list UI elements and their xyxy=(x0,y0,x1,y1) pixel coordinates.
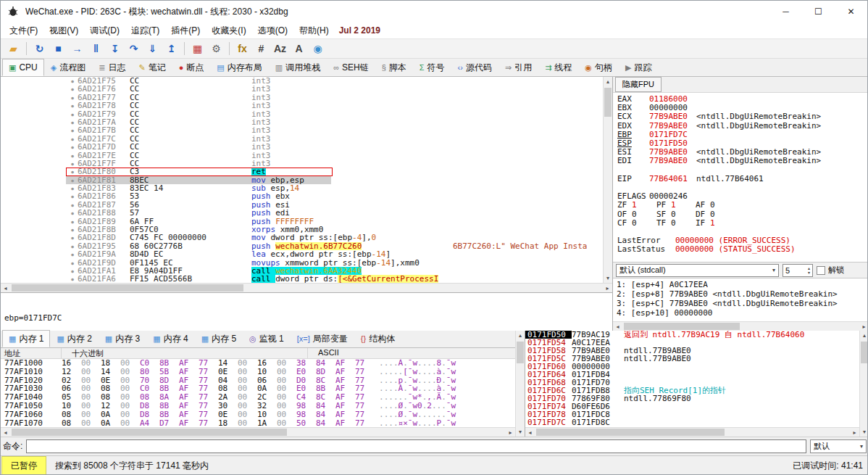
tab-trace[interactable]: ▶跟踪 xyxy=(619,59,658,76)
minimize-button[interactable]: ─ xyxy=(769,1,802,22)
flag-df[interactable]: DF 0 xyxy=(696,210,735,219)
breakpoint-dot-icon[interactable]: ● xyxy=(67,176,78,184)
flag-if[interactable]: IF 1 xyxy=(696,219,735,228)
tab-locals[interactable]: [x=]局部变量 xyxy=(291,330,354,347)
arguments-view[interactable]: 1: [esp+4] A0C17EEA2: [esp+8] 77B9ABE0 <… xyxy=(613,278,868,321)
disasm-vscroll[interactable]: ▴ ▾ xyxy=(603,77,612,283)
menu-help[interactable]: 帮助(H) xyxy=(293,22,335,39)
open-file-button[interactable]: ▰ xyxy=(4,41,22,57)
menu-plugins[interactable]: 插件(P) xyxy=(165,22,206,39)
tab-references[interactable]: ⇒引用 xyxy=(498,59,538,76)
breakpoint-dot-icon[interactable]: ● xyxy=(67,168,78,175)
disasm-hscroll[interactable]: ◂ ▸ xyxy=(1,283,612,292)
scroll-left-icon[interactable]: ◂ xyxy=(1,284,10,293)
highlight-button[interactable]: fx xyxy=(233,41,251,57)
breakpoint-dot-icon[interactable]: ● xyxy=(67,85,78,93)
tab-dump-2[interactable]: ▦内存 2 xyxy=(50,330,98,347)
register-row[interactable]: ECX77B9ABE0<ntdll.DbgUiRemoteBreakin> xyxy=(617,112,864,121)
spin-down-icon[interactable]: ▾ xyxy=(808,270,810,275)
breakpoint-dot-icon[interactable]: ● xyxy=(67,201,78,209)
restart-button[interactable]: ↻ xyxy=(30,41,49,57)
tab-seh-chain[interactable]: ∞SEH链 xyxy=(327,59,375,76)
breakpoint-dot-icon[interactable]: ● xyxy=(67,218,78,226)
breakpoint-dot-icon[interactable]: ● xyxy=(67,77,78,85)
tab-dump-5[interactable]: ▦内存 5 xyxy=(195,330,243,347)
stop-button[interactable]: ■ xyxy=(49,41,67,57)
register-row[interactable]: EDX77B9ABE0<ntdll.DbgUiRemoteBreakin> xyxy=(617,122,864,131)
args-hscroll[interactable]: ◂ ▸ xyxy=(613,321,868,331)
breakpoint-dot-icon[interactable]: ● xyxy=(67,110,78,118)
dump-view[interactable]: 77AF100016001800C08BAF77140016003884AF77… xyxy=(1,359,515,427)
tab-cpu[interactable]: ▣CPU xyxy=(2,59,44,76)
scroll-right-icon[interactable]: ▸ xyxy=(859,322,868,331)
argument-row[interactable]: 1: [esp+4] A0C17EEA xyxy=(617,280,865,289)
command-input[interactable] xyxy=(26,439,806,453)
registers-view[interactable]: EAX01186000EBX00000000ECX77B9ABE0<ntdll.… xyxy=(613,93,868,262)
scroll-down-icon[interactable]: ▾ xyxy=(860,427,868,437)
patches-button[interactable]: # xyxy=(252,41,270,57)
breakpoint-dot-icon[interactable]: ● xyxy=(67,135,78,143)
register-row[interactable]: CF 0TF 0IF 1 xyxy=(617,219,864,228)
scroll-up-icon[interactable]: ▴ xyxy=(516,331,525,340)
stack-hscroll[interactable]: ◂ ▸ xyxy=(525,427,859,437)
comments-button[interactable]: ◉ xyxy=(309,41,327,57)
tab-symbols[interactable]: Σ符号 xyxy=(413,59,451,76)
unlock-checkbox[interactable]: 解锁 xyxy=(817,265,844,276)
menu-options[interactable]: 选项(O) xyxy=(252,22,293,39)
disasm-row[interactable]: ●6AD21F78CCint3 xyxy=(1,102,612,110)
tab-notes[interactable]: ✎笔记 xyxy=(132,59,172,76)
scroll-right-icon[interactable]: ▸ xyxy=(603,284,612,293)
assemble-button[interactable]: Az xyxy=(271,41,289,57)
step-into-button[interactable]: ↧ xyxy=(106,41,124,57)
hide-fpu-button[interactable]: 隐藏FPU xyxy=(615,77,662,92)
scroll-left-icon[interactable]: ◂ xyxy=(525,428,535,437)
scroll-down-icon[interactable]: ▾ xyxy=(604,273,613,283)
flag-af[interactable]: AF 0 xyxy=(696,201,735,210)
tab-memory-map[interactable]: ▤内存布局 xyxy=(210,59,268,76)
menu-debug[interactable]: 调试(D) xyxy=(84,22,125,39)
flag-of[interactable]: OF 0 xyxy=(617,210,656,219)
breakpoint-dot-icon[interactable]: ● xyxy=(67,242,78,250)
breakpoint-dot-icon[interactable]: ● xyxy=(67,209,78,217)
menu-file[interactable]: 文件(F) xyxy=(4,22,43,39)
stack-row[interactable]: 0171FD7C0171FD8C xyxy=(525,418,859,426)
menu-trace[interactable]: 追踪(T) xyxy=(125,22,165,39)
scroll-left-icon[interactable]: ◂ xyxy=(1,428,10,437)
flag-cf[interactable]: CF 0 xyxy=(617,219,656,228)
run-button[interactable]: → xyxy=(68,41,86,57)
tab-dump-1[interactable]: ▦内存 1 xyxy=(2,330,50,347)
argument-row[interactable]: 3: [esp+C] 77B9ABE0 <ntdll.DbgUiRemoteBr… xyxy=(617,299,865,308)
register-row[interactable]: OF 0SF 0DF 0 xyxy=(617,210,864,219)
close-button[interactable]: ✕ xyxy=(835,1,867,22)
register-row[interactable]: EFLAGS00000246 xyxy=(617,192,864,201)
breakpoint-dot-icon[interactable]: ● xyxy=(67,184,78,192)
register-row[interactable]: LastStatus00000000 (STATUS_SUCCESS) xyxy=(617,245,864,254)
stack-vscroll[interactable]: ▴ ▾ xyxy=(859,331,868,437)
step-over-button[interactable]: ↷ xyxy=(125,41,143,57)
tab-source[interactable]: ‹›源代码 xyxy=(451,59,498,76)
scroll-left-icon[interactable]: ◂ xyxy=(613,322,622,331)
breakpoint-dot-icon[interactable]: ● xyxy=(67,152,78,160)
calling-convention-select[interactable]: 默认 (stdcall) ▾ xyxy=(616,264,779,277)
dump-hscroll[interactable]: ◂ ▸ xyxy=(1,427,515,437)
tab-log[interactable]: ≣日志 xyxy=(92,59,132,76)
maximize-button[interactable]: ☐ xyxy=(802,1,835,22)
flag-tf[interactable]: TF 0 xyxy=(656,219,696,228)
flag-pf[interactable]: PF 1 xyxy=(656,201,696,210)
breakpoint-dot-icon[interactable]: ● xyxy=(67,192,78,200)
tab-struct[interactable]: {}结构体 xyxy=(354,330,401,347)
tab-script[interactable]: §脚本 xyxy=(375,59,413,76)
disasm-row[interactable]: ●6AD21F9A8D4D EClea ecx,dword ptr ss:[eb… xyxy=(1,250,612,258)
breakpoint-dot-icon[interactable]: ● xyxy=(67,126,78,134)
disassembly-view[interactable]: ●6AD21F75CCint3●6AD21F76CCint3●6AD21F77C… xyxy=(1,77,612,283)
breakpoint-dot-icon[interactable]: ● xyxy=(67,250,78,258)
disasm-row[interactable]: ●6AD21FA6FF15 ACD5566Bcall dword ptr ds:… xyxy=(1,275,612,283)
breakpoint-dot-icon[interactable]: ● xyxy=(67,160,78,168)
scroll-up-icon[interactable]: ▴ xyxy=(604,77,613,86)
disasm-row[interactable]: ●6AD21F80C3ret xyxy=(1,168,612,175)
tab-call-stack[interactable]: ▥调用堆栈 xyxy=(269,59,327,76)
scroll-right-icon[interactable]: ▸ xyxy=(506,428,515,437)
breakpoint-dot-icon[interactable]: ● xyxy=(67,118,78,126)
argument-row[interactable]: 4: [esp+10] 00000000 xyxy=(617,308,865,318)
breakpoint-dot-icon[interactable]: ● xyxy=(67,267,78,275)
